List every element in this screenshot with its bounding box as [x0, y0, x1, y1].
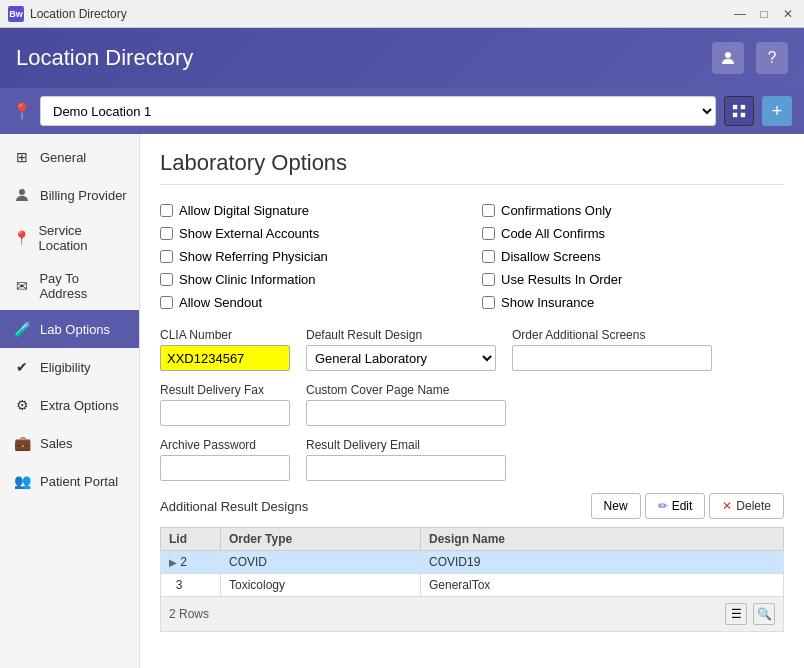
checkbox-allow-sendout[interactable]: Allow Sendout	[160, 293, 462, 312]
table-search-button[interactable]: 🔍	[753, 603, 775, 625]
patient-portal-icon: 👥	[12, 471, 32, 491]
close-button[interactable]: ✕	[780, 6, 796, 22]
order-additional-screens-label: Order Additional Screens	[512, 328, 712, 342]
table-footer-icons: ☰ 🔍	[725, 603, 775, 625]
result-designs-table: Lid Order Type Design Name ▶ 2 COVID COV…	[160, 527, 784, 597]
delete-button[interactable]: ✕ Delete	[709, 493, 784, 519]
pay-address-icon: ✉	[12, 276, 31, 296]
cell-order-type: Toxicology	[221, 574, 421, 597]
sidebar-label-service-location: Service Location	[38, 223, 127, 253]
sidebar-item-eligibility[interactable]: ✔ Eligibility	[0, 348, 139, 386]
checkbox-label-clinic-info: Show Clinic Information	[179, 272, 316, 287]
checkbox-label-disallow-screens: Disallow Screens	[501, 249, 601, 264]
cell-design-name: GeneralTox	[421, 574, 784, 597]
form-group-result-delivery-email: Result Delivery Email	[306, 438, 506, 481]
edit-button[interactable]: ✏ Edit	[645, 493, 706, 519]
result-delivery-email-label: Result Delivery Email	[306, 438, 506, 452]
app-icon: Bw	[8, 6, 24, 22]
sidebar-item-sales[interactable]: 💼 Sales	[0, 424, 139, 462]
sidebar-item-patient-portal[interactable]: 👥 Patient Portal	[0, 462, 139, 500]
checkbox-input-referring-physician[interactable]	[160, 250, 173, 263]
edit-icon: ✏	[658, 499, 668, 513]
sales-icon: 💼	[12, 433, 32, 453]
checkbox-show-insurance[interactable]: Show Insurance	[482, 293, 784, 312]
sidebar-label-extra-options: Extra Options	[40, 398, 119, 413]
cell-lid: ▶ 2	[161, 551, 221, 574]
cell-design-name: COVID19	[421, 551, 784, 574]
maximize-button[interactable]: □	[756, 6, 772, 22]
checkbox-input-code-all-confirms[interactable]	[482, 227, 495, 240]
delete-icon: ✕	[722, 499, 732, 513]
sidebar-label-lab-options: Lab Options	[40, 322, 110, 337]
checkbox-input-use-results-in-order[interactable]	[482, 273, 495, 286]
checkbox-label-confirmations-only: Confirmations Only	[501, 203, 612, 218]
sidebar-item-extra-options[interactable]: ⚙ Extra Options	[0, 386, 139, 424]
sidebar-item-lab-options[interactable]: 🧪 Lab Options	[0, 310, 139, 348]
checkbox-input-show-insurance[interactable]	[482, 296, 495, 309]
col-header-order-type: Order Type	[221, 528, 421, 551]
delete-label: Delete	[736, 499, 771, 513]
archive-password-input[interactable]	[160, 455, 290, 481]
checkbox-input-confirmations-only[interactable]	[482, 204, 495, 217]
checkbox-input-disallow-screens[interactable]	[482, 250, 495, 263]
checkbox-input-clinic-info[interactable]	[160, 273, 173, 286]
table-row[interactable]: ▶ 2 COVID COVID19	[161, 551, 784, 574]
checkbox-show-clinic-info[interactable]: Show Clinic Information	[160, 270, 462, 289]
checkbox-label-referring-physician: Show Referring Physician	[179, 249, 328, 264]
user-icon-button[interactable]	[712, 42, 744, 74]
new-label: New	[604, 499, 628, 513]
sidebar-item-pay-to-address[interactable]: ✉ Pay To Address	[0, 262, 139, 310]
checkbox-input-digital-signature[interactable]	[160, 204, 173, 217]
result-delivery-email-input[interactable]	[306, 455, 506, 481]
new-button[interactable]: New	[591, 493, 641, 519]
checkbox-label-digital-signature: Allow Digital Signature	[179, 203, 309, 218]
checkbox-label-external-accounts: Show External Accounts	[179, 226, 319, 241]
service-location-icon: 📍	[12, 228, 30, 248]
grid-view-button[interactable]	[724, 96, 754, 126]
form-group-default-result-design: Default Result Design General Laboratory…	[306, 328, 496, 371]
checkbox-show-referring-physician[interactable]: Show Referring Physician	[160, 247, 462, 266]
table-menu-button[interactable]: ☰	[725, 603, 747, 625]
sidebar-item-service-location[interactable]: 📍 Service Location	[0, 214, 139, 262]
col-header-design-name: Design Name	[421, 528, 784, 551]
svg-rect-1	[733, 105, 737, 109]
form-group-result-delivery-fax: Result Delivery Fax	[160, 383, 290, 426]
general-icon: ⊞	[12, 147, 32, 167]
checkbox-use-results-in-order[interactable]: Use Results In Order	[482, 270, 784, 289]
checkbox-input-allow-sendout[interactable]	[160, 296, 173, 309]
sidebar-item-billing-provider[interactable]: Billing Provider	[0, 176, 139, 214]
checkbox-show-external-accounts[interactable]: Show External Accounts	[160, 224, 462, 243]
checkbox-label-code-all-confirms: Code All Confirms	[501, 226, 605, 241]
order-additional-screens-input[interactable]	[512, 345, 712, 371]
location-select[interactable]: Demo Location 1	[40, 96, 716, 126]
svg-rect-3	[733, 113, 737, 117]
sidebar-label-eligibility: Eligibility	[40, 360, 91, 375]
checkbox-code-all-confirms[interactable]: Code All Confirms	[482, 224, 784, 243]
default-result-design-select[interactable]: General LaboratoryCOVID19GeneralTox	[306, 345, 496, 371]
minimize-button[interactable]: —	[732, 6, 748, 22]
help-button[interactable]: ?	[756, 42, 788, 74]
checkbox-label-use-results-in-order: Use Results In Order	[501, 272, 622, 287]
location-bar: 📍 Demo Location 1 +	[0, 88, 804, 134]
billing-icon	[12, 185, 32, 205]
title-bar-controls: — □ ✕	[732, 6, 796, 22]
table-row[interactable]: 3 Toxicology GeneralTox	[161, 574, 784, 597]
result-delivery-fax-label: Result Delivery Fax	[160, 383, 290, 397]
sidebar-item-general[interactable]: ⊞ General	[0, 138, 139, 176]
app-title: Location Directory	[16, 45, 712, 71]
checkbox-allow-digital-signature[interactable]: Allow Digital Signature	[160, 201, 462, 220]
checkbox-disallow-screens[interactable]: Disallow Screens	[482, 247, 784, 266]
result-delivery-fax-input[interactable]	[160, 400, 290, 426]
checkbox-input-external-accounts[interactable]	[160, 227, 173, 240]
form-group-clia: CLIA Number	[160, 328, 290, 371]
add-location-button[interactable]: +	[762, 96, 792, 126]
checkbox-confirmations-only[interactable]: Confirmations Only	[482, 201, 784, 220]
custom-cover-page-input[interactable]	[306, 400, 506, 426]
archive-password-label: Archive Password	[160, 438, 290, 452]
form-row-2: Result Delivery Fax Custom Cover Page Na…	[160, 383, 784, 426]
sidebar-label-general: General	[40, 150, 86, 165]
svg-point-0	[725, 52, 731, 58]
header-icons: ?	[712, 42, 788, 74]
clia-number-input[interactable]	[160, 345, 290, 371]
content-area: Laboratory Options Allow Digital Signatu…	[140, 134, 804, 668]
